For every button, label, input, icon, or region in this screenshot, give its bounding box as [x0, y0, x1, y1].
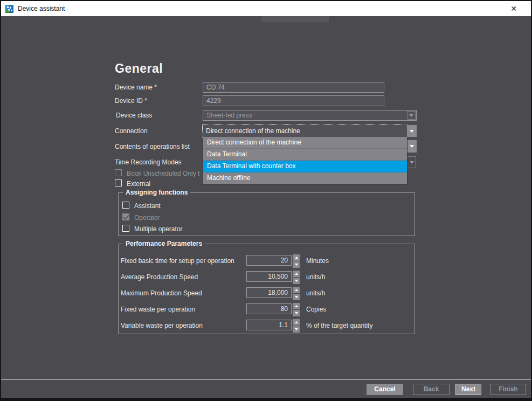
perf-row-label: Maximum Production Speed: [121, 289, 202, 297]
spin-down-button[interactable]: [293, 326, 300, 333]
back-button[interactable]: Back: [413, 384, 450, 395]
arrow-up-icon: [295, 273, 298, 275]
device-assistant-window: Device assistant ✕ General Device name *…: [0, 0, 532, 401]
cancel-button[interactable]: Cancel: [367, 384, 403, 395]
spin-up-button[interactable]: [293, 319, 300, 326]
spin-up-button[interactable]: [293, 271, 300, 277]
connection-select[interactable]: Direct connection of the machine: [203, 125, 407, 137]
assigning-functions-legend: Assigning functions: [123, 189, 190, 196]
spinner: [293, 254, 300, 268]
spinner: [293, 287, 300, 301]
close-icon[interactable]: ✕: [508, 3, 519, 14]
perf-row-input[interactable]: 1.1: [246, 320, 292, 330]
multiple-operator-checkbox[interactable]: [122, 225, 129, 232]
arrow-down-icon: [295, 328, 298, 330]
assistant-label: Assistant: [134, 202, 161, 210]
spin-up-button[interactable]: [293, 287, 300, 293]
book-unscheduled-checkbox[interactable]: [115, 169, 122, 176]
spin-down-button[interactable]: [293, 294, 300, 300]
chevron-down-icon: [410, 161, 414, 164]
titlebar: Device assistant ✕: [1, 1, 531, 16]
perf-row-input[interactable]: 80: [246, 303, 292, 314]
external-checkbox[interactable]: [115, 179, 122, 186]
footer-divider: [1, 379, 531, 380]
dropdown-option-highlighted[interactable]: Data Terminal with counter box: [203, 161, 407, 172]
multiple-operator-label: Multiple operator: [134, 225, 182, 233]
assistant-checkbox[interactable]: [122, 202, 129, 209]
operator-label: Operator: [134, 214, 160, 222]
external-label: External: [127, 180, 150, 188]
connection-dropdown-list: Direct connection of the machine Data Te…: [203, 137, 407, 185]
page-title: General: [115, 61, 163, 76]
perf-row-label: Fixed basic time for setup per operation: [121, 257, 234, 265]
perf-row-input[interactable]: 18,000: [246, 287, 292, 298]
operations-list-label: Contents of operations list: [115, 143, 190, 150]
perf-row-unit: % of the target quantity: [306, 322, 372, 329]
spin-down-button[interactable]: [293, 261, 300, 268]
spinner: [293, 271, 300, 285]
dropdown-option[interactable]: Direct connection of the machine: [203, 137, 407, 149]
arrow-up-icon: [295, 257, 298, 259]
perf-row-label: Fixed waste per operation: [121, 306, 195, 313]
perf-row-label: Average Production Speed: [121, 273, 198, 281]
time-recording-dropdown-button[interactable]: [407, 156, 416, 168]
perf-row-unit: Copies: [306, 306, 326, 313]
spin-up-button[interactable]: [293, 303, 300, 309]
chevron-down-icon: [410, 130, 414, 133]
arrow-down-icon: [295, 280, 298, 282]
top-partial-element: [261, 16, 329, 22]
chevron-down-icon: [410, 145, 414, 148]
device-id-input[interactable]: 4229: [203, 95, 384, 106]
spin-down-button[interactable]: [293, 278, 300, 284]
device-class-select[interactable]: Sheet-fed press: [203, 110, 417, 121]
connection-label: Connection: [115, 127, 148, 135]
next-button[interactable]: Next: [455, 384, 481, 395]
device-class-dropdown-button[interactable]: [407, 111, 416, 120]
spin-up-button[interactable]: [293, 254, 300, 261]
operations-list-dropdown-button[interactable]: [407, 140, 417, 153]
connection-dropdown-button[interactable]: [407, 125, 417, 137]
finish-button[interactable]: Finish: [490, 384, 526, 395]
spin-down-button[interactable]: [293, 310, 300, 316]
spinner: [293, 303, 300, 317]
device-class-label: Device class: [116, 112, 152, 119]
dropdown-option[interactable]: Machine offline: [203, 172, 407, 184]
arrow-down-icon: [295, 312, 298, 314]
device-id-label: Device ID *: [115, 97, 147, 105]
book-unscheduled-label: Book Unscheduled Only t: [127, 170, 199, 177]
performance-parameters-legend: Performance Parameters: [123, 240, 205, 247]
time-recording-label: Time Recording Modes: [115, 158, 182, 166]
arrow-up-icon: [295, 289, 298, 291]
window-title: Device assistant: [18, 5, 65, 12]
arrow-down-icon: [295, 296, 298, 298]
perf-row-unit: units/h: [306, 289, 325, 297]
perf-row-unit: units/h: [306, 273, 325, 281]
operator-checkbox[interactable]: [122, 213, 129, 220]
device-name-input[interactable]: CD 74: [203, 82, 384, 93]
spinner: [293, 319, 300, 333]
dropdown-option[interactable]: Data Terminal: [203, 149, 407, 161]
perf-row-input[interactable]: 10,500: [246, 271, 292, 282]
perf-row-input[interactable]: 20: [246, 255, 292, 266]
arrow-up-icon: [295, 321, 298, 323]
device-name-label: Device name *: [115, 84, 157, 91]
perf-row-label: Variable waste per operation: [121, 322, 203, 329]
arrow-down-icon: [295, 264, 298, 266]
app-icon: [5, 5, 13, 13]
arrow-up-icon: [295, 305, 298, 307]
chevron-down-icon: [409, 114, 413, 117]
perf-row-unit: Minutes: [306, 257, 329, 265]
